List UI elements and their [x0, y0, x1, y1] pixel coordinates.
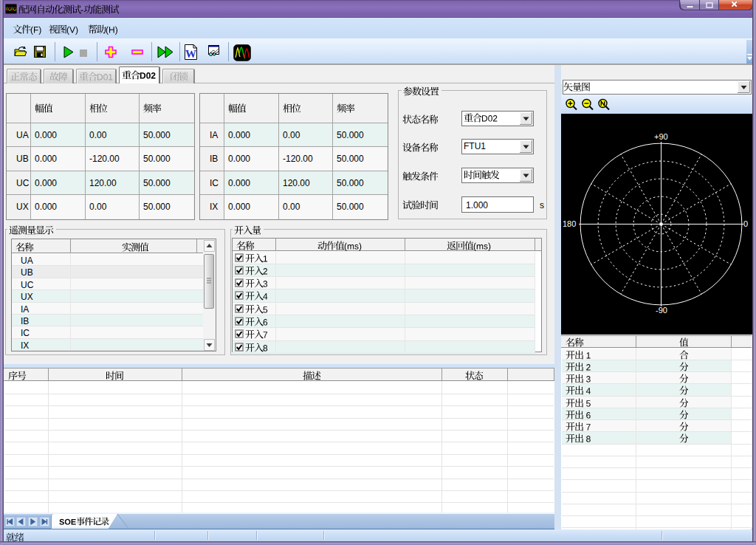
svg-text:W: W: [185, 48, 196, 60]
